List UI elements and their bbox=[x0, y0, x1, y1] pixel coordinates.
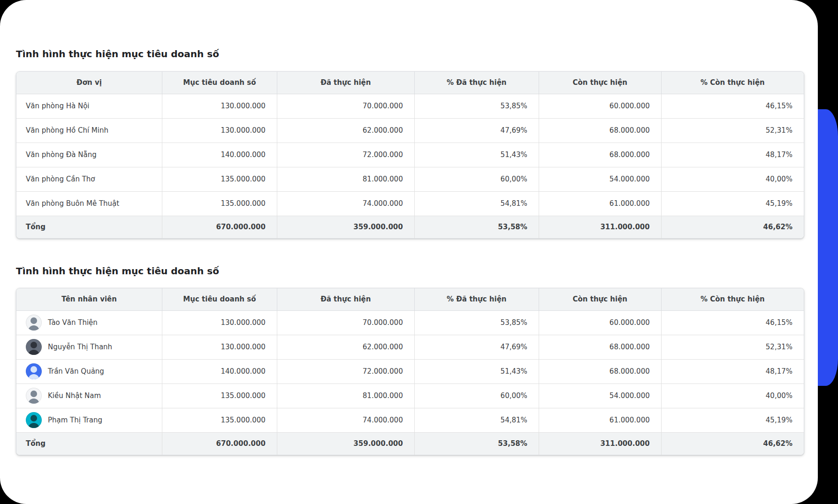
table-row: Nguyễn Thị Thanh 130.000.000 62.000.000 … bbox=[16, 335, 804, 359]
unit-name: Văn phòng Cần Thơ bbox=[16, 167, 162, 191]
table-row: Văn phòng Hồ Chí Minh 130.000.000 62.000… bbox=[16, 118, 804, 143]
column-header-remain: Còn thực hiện bbox=[539, 288, 661, 310]
employee-name: Nguyễn Thị Thanh bbox=[48, 343, 112, 351]
total-done-pct: 53,58% bbox=[414, 432, 539, 455]
column-header-done-pct: % Đã thực hiện bbox=[414, 288, 539, 310]
remain-pct-value: 40,00% bbox=[661, 384, 804, 408]
avatar bbox=[26, 388, 42, 404]
total-remain-pct: 46,62% bbox=[661, 432, 804, 455]
dashboard-card: Tình hình thực hiện mục tiêu doanh số Đơ… bbox=[0, 0, 818, 504]
remain-pct-value: 40,00% bbox=[661, 167, 804, 191]
remain-pct-value: 46,15% bbox=[661, 94, 804, 118]
remain-value: 54.000.000 bbox=[539, 167, 661, 191]
column-header-target: Mục tiêu doanh số bbox=[162, 72, 277, 94]
remain-pct-value: 46,15% bbox=[661, 310, 804, 335]
target-value: 130.000.000 bbox=[162, 310, 277, 335]
column-header-done: Đã thực hiện bbox=[277, 72, 414, 94]
total-row: Tổng 670.000.000 359.000.000 53,58% 311.… bbox=[16, 432, 804, 455]
section-title-employees: Tình hình thực hiện mục tiêu doanh số bbox=[16, 265, 804, 277]
done-value: 74.000.000 bbox=[277, 408, 414, 432]
avatar bbox=[26, 315, 42, 331]
done-value: 81.000.000 bbox=[277, 167, 414, 191]
total-remain: 311.000.000 bbox=[539, 216, 661, 238]
viewport: Tình hình thực hiện mục tiêu doanh số Đơ… bbox=[0, 0, 838, 504]
remain-pct-value: 48,17% bbox=[661, 359, 804, 384]
remain-pct-value: 45,19% bbox=[661, 191, 804, 216]
column-header-remain: Còn thực hiện bbox=[539, 72, 661, 94]
total-label: Tổng bbox=[16, 216, 162, 238]
target-value: 135.000.000 bbox=[162, 167, 277, 191]
target-value: 135.000.000 bbox=[162, 384, 277, 408]
units-table: Đơn vị Mục tiêu doanh số Đã thực hiện % … bbox=[16, 71, 804, 239]
unit-name: Văn phòng Hồ Chí Minh bbox=[16, 118, 162, 143]
target-value: 140.000.000 bbox=[162, 359, 277, 384]
column-header-remain-pct: % Còn thực hiện bbox=[661, 288, 804, 310]
done-pct-value: 60,00% bbox=[414, 384, 539, 408]
done-value: 70.000.000 bbox=[277, 310, 414, 335]
remain-value: 68.000.000 bbox=[539, 118, 661, 143]
remain-value: 68.000.000 bbox=[539, 359, 661, 384]
total-done: 359.000.000 bbox=[277, 432, 414, 455]
column-header-done: Đã thực hiện bbox=[277, 288, 414, 310]
remain-value: 54.000.000 bbox=[539, 384, 661, 408]
column-header-unit: Đơn vị bbox=[16, 72, 162, 94]
avatar bbox=[26, 339, 42, 355]
column-header-remain-pct: % Còn thực hiện bbox=[661, 72, 804, 94]
done-value: 70.000.000 bbox=[277, 94, 414, 118]
table-row: Phạm Thị Trang 135.000.000 74.000.000 54… bbox=[16, 408, 804, 432]
done-value: 62.000.000 bbox=[277, 335, 414, 359]
done-pct-value: 53,85% bbox=[414, 310, 539, 335]
remain-value: 60.000.000 bbox=[539, 94, 661, 118]
column-header-target: Mục tiêu doanh số bbox=[162, 288, 277, 310]
done-value: 81.000.000 bbox=[277, 384, 414, 408]
column-header-employee: Tên nhân viên bbox=[16, 288, 162, 310]
remain-value: 60.000.000 bbox=[539, 310, 661, 335]
total-target: 670.000.000 bbox=[162, 216, 277, 238]
total-remain: 311.000.000 bbox=[539, 432, 661, 455]
done-value: 72.000.000 bbox=[277, 143, 414, 167]
done-value: 62.000.000 bbox=[277, 118, 414, 143]
total-row: Tổng 670.000.000 359.000.000 53,58% 311.… bbox=[16, 216, 804, 238]
target-value: 135.000.000 bbox=[162, 191, 277, 216]
done-pct-value: 51,43% bbox=[414, 143, 539, 167]
remain-pct-value: 48,17% bbox=[661, 143, 804, 167]
table-row: Văn phòng Buôn Mê Thuật 135.000.000 74.0… bbox=[16, 191, 804, 216]
done-value: 74.000.000 bbox=[277, 191, 414, 216]
total-done-pct: 53,58% bbox=[414, 216, 539, 238]
done-value: 72.000.000 bbox=[277, 359, 414, 384]
table-row: Văn phòng Đà Nẵng 140.000.000 72.000.000… bbox=[16, 143, 804, 167]
target-value: 135.000.000 bbox=[162, 408, 277, 432]
done-pct-value: 47,69% bbox=[414, 118, 539, 143]
done-pct-value: 51,43% bbox=[414, 359, 539, 384]
unit-name: Văn phòng Hà Nội bbox=[16, 94, 162, 118]
unit-name: Văn phòng Đà Nẵng bbox=[16, 143, 162, 167]
table-row: Văn phòng Cần Thơ 135.000.000 81.000.000… bbox=[16, 167, 804, 191]
header-row: Đơn vị Mục tiêu doanh số Đã thực hiện % … bbox=[16, 72, 804, 94]
unit-name: Văn phòng Buôn Mê Thuật bbox=[16, 191, 162, 216]
total-remain-pct: 46,62% bbox=[661, 216, 804, 238]
avatar bbox=[26, 363, 42, 379]
section-title-units: Tình hình thực hiện mục tiêu doanh số bbox=[16, 48, 804, 60]
remain-value: 68.000.000 bbox=[539, 143, 661, 167]
remain-pct-value: 52,31% bbox=[661, 335, 804, 359]
remain-value: 61.000.000 bbox=[539, 408, 661, 432]
accent-pill bbox=[817, 109, 838, 386]
total-done: 359.000.000 bbox=[277, 216, 414, 238]
employee-name: Kiều Nhật Nam bbox=[48, 391, 101, 400]
done-pct-value: 60,00% bbox=[414, 167, 539, 191]
employee-name: Trần Văn Quảng bbox=[48, 367, 104, 376]
target-value: 130.000.000 bbox=[162, 118, 277, 143]
employee-name: Phạm Thị Trang bbox=[48, 416, 102, 424]
table-row: Trần Văn Quảng 140.000.000 72.000.000 51… bbox=[16, 359, 804, 384]
avatar bbox=[26, 412, 42, 428]
remain-value: 61.000.000 bbox=[539, 191, 661, 216]
table-row: Văn phòng Hà Nội 130.000.000 70.000.000 … bbox=[16, 94, 804, 118]
target-value: 140.000.000 bbox=[162, 143, 277, 167]
employee-name: Tào Văn Thiện bbox=[48, 318, 98, 327]
employees-table: Tên nhân viên Mục tiêu doanh số Đã thực … bbox=[16, 288, 804, 455]
done-pct-value: 54,81% bbox=[414, 191, 539, 216]
total-target: 670.000.000 bbox=[162, 432, 277, 455]
done-pct-value: 53,85% bbox=[414, 94, 539, 118]
target-value: 130.000.000 bbox=[162, 335, 277, 359]
remain-value: 68.000.000 bbox=[539, 335, 661, 359]
